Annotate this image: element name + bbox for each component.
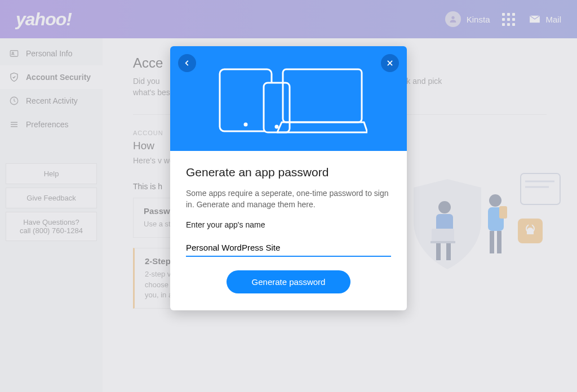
svg-point-22 [244, 123, 248, 127]
app-name-input[interactable] [186, 239, 391, 257]
generate-password-button[interactable]: Generate password [227, 270, 350, 293]
app-password-modal: Generate an app password Some apps requi… [170, 46, 407, 310]
svg-rect-25 [283, 69, 362, 122]
svg-point-24 [275, 125, 279, 129]
modal-description: Some apps require a seperate, one-time p… [186, 188, 391, 210]
back-button[interactable] [178, 54, 196, 72]
close-button[interactable] [381, 54, 399, 72]
chevron-left-icon [183, 59, 191, 67]
app-name-label: Enter your app's name [186, 220, 391, 229]
modal-overlay[interactable]: Generate an app password Some apps requi… [0, 0, 577, 392]
modal-title: Generate an app password [186, 166, 391, 179]
modal-hero [170, 46, 407, 151]
devices-icon [210, 59, 367, 138]
close-icon [386, 59, 394, 67]
